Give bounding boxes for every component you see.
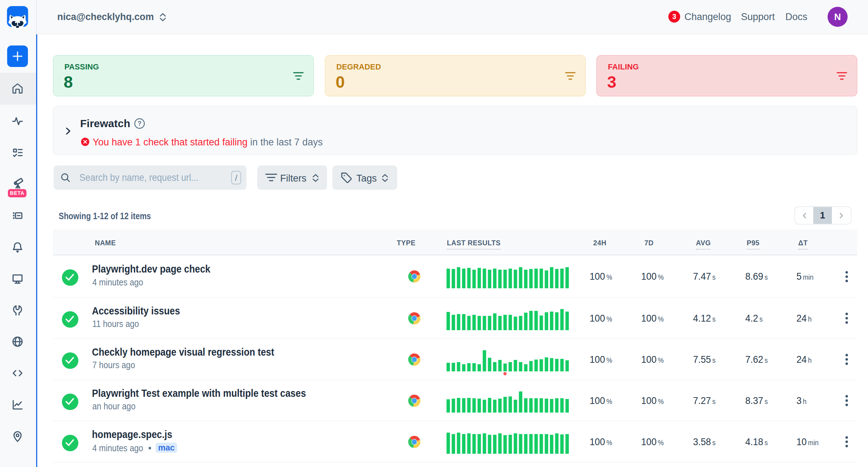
svg-text:?: ? [138,120,142,127]
